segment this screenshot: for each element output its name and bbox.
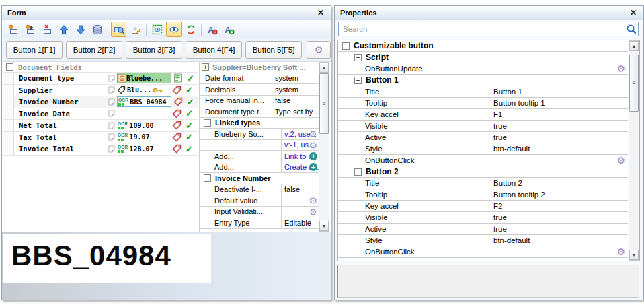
scroll-up-button[interactable]: ▲ bbox=[319, 63, 329, 73]
property-row[interactable]: TooltipButton tooltip 1 bbox=[338, 98, 628, 109]
scroll-up-button[interactable]: ▲ bbox=[629, 41, 639, 51]
row-selector[interactable] bbox=[3, 85, 14, 96]
scroll-down-button[interactable]: ▼ bbox=[629, 250, 639, 260]
zoom-field-icon[interactable] bbox=[111, 22, 126, 37]
property-row[interactable]: TitleButton 2 bbox=[338, 178, 628, 189]
prop-value[interactable]: system bbox=[272, 86, 319, 94]
field-row[interactable]: Invoice Date✓ bbox=[3, 108, 198, 121]
prop-value[interactable]: false bbox=[282, 185, 319, 193]
prop-value[interactable]: Type set by ... bbox=[272, 108, 319, 116]
property-value[interactable]: true bbox=[489, 122, 628, 130]
property-row[interactable]: Stylebtn-default bbox=[338, 235, 628, 246]
document-fields-header[interactable]: − Document Fields bbox=[3, 62, 198, 73]
row-selector[interactable] bbox=[3, 108, 14, 120]
collapse-icon[interactable]: − bbox=[342, 42, 350, 50]
zone-eye-icon[interactable] bbox=[149, 22, 165, 37]
row-selector[interactable] bbox=[3, 120, 14, 131]
prop-value[interactable]: system bbox=[272, 74, 319, 82]
property-row[interactable]: TooltipButton tooltip 2 bbox=[338, 189, 628, 201]
grid-prop-row[interactable]: v:-1, us...⚙ bbox=[200, 140, 319, 151]
property-row[interactable]: Visibletrue bbox=[338, 121, 628, 132]
grid-prop-row[interactable]: Blueberry So...v:2, use...⚙ bbox=[200, 129, 319, 140]
gear-icon[interactable]: ⚙ bbox=[309, 140, 317, 151]
grid-prop-row[interactable]: Deactivate I-...false bbox=[200, 184, 319, 196]
field-row[interactable]: Invoice TotalOCR128.07✓ bbox=[3, 143, 198, 156]
grid-prop-row[interactable]: Date formatsystem bbox=[200, 73, 319, 85]
property-value[interactable]: F1 bbox=[489, 110, 628, 118]
grid-prop-row[interactable]: Entry TypeEditable bbox=[200, 217, 319, 229]
grid-header-row[interactable]: +Supplier=Blueberry Soft ... bbox=[200, 62, 319, 73]
gear-icon[interactable]: ⚙ bbox=[309, 207, 317, 217]
field-row[interactable]: Tax TotalOCR19.07✓ bbox=[3, 132, 198, 144]
grid-prop-row[interactable]: Document type r...Type set by ... bbox=[200, 106, 319, 118]
field-value-cell[interactable]: OCR19.07 bbox=[117, 132, 170, 142]
property-group-row[interactable]: −Button 2 bbox=[338, 166, 628, 178]
row-selector[interactable] bbox=[3, 132, 14, 143]
eye-icon[interactable] bbox=[166, 22, 182, 37]
tag-pink-icon[interactable] bbox=[172, 144, 182, 154]
property-value[interactable]: F2 bbox=[489, 202, 628, 210]
property-value[interactable]: true bbox=[489, 133, 628, 141]
database-icon[interactable] bbox=[89, 22, 105, 37]
property-value[interactable]: true bbox=[489, 225, 628, 233]
row-selector[interactable] bbox=[3, 96, 14, 108]
gear-icon[interactable]: ⚙ bbox=[309, 129, 317, 139]
collapse-icon[interactable]: − bbox=[354, 54, 362, 61]
property-value[interactable]: true bbox=[489, 213, 628, 221]
move-down-icon[interactable] bbox=[73, 22, 88, 37]
move-up-icon[interactable] bbox=[56, 22, 71, 37]
property-value[interactable]: Button 2 bbox=[489, 179, 628, 187]
add-icon[interactable]: + bbox=[309, 163, 317, 171]
property-value[interactable]: Button tooltip 2 bbox=[489, 191, 628, 199]
field-value-cell[interactable]: OCRBBS 04984 bbox=[117, 96, 171, 107]
collapse-icon[interactable]: − bbox=[204, 119, 211, 127]
customize-buttons-button[interactable]: ⚙ bbox=[307, 41, 331, 59]
prop-value[interactable]: Editable bbox=[282, 219, 319, 227]
grid-prop-row[interactable]: Force manual in...false bbox=[200, 96, 319, 107]
property-row[interactable]: Activetrue bbox=[338, 224, 628, 235]
gear-icon[interactable]: ⚙ bbox=[616, 63, 625, 74]
property-value[interactable]: btn-default bbox=[489, 145, 628, 153]
property-row[interactable]: OnButtonClick⚙ bbox=[338, 155, 628, 166]
property-row[interactable]: TitleButton 1 bbox=[338, 86, 628, 98]
font-decrease-icon[interactable]: A bbox=[204, 22, 220, 37]
property-row[interactable]: Activetrue bbox=[338, 132, 628, 143]
edit-properties-icon[interactable] bbox=[128, 22, 143, 37]
form-button-1[interactable]: Button 1[F1] bbox=[6, 41, 63, 59]
scroll-down-button[interactable]: ▼ bbox=[319, 221, 329, 231]
property-row[interactable]: Key accelF1 bbox=[338, 109, 628, 121]
field-grid-scrollbar[interactable]: ▲≡▼ bbox=[319, 62, 329, 232]
tag-pink-icon[interactable] bbox=[172, 121, 182, 130]
field-row[interactable]: SupplierBlu...✓ bbox=[3, 85, 198, 97]
scroll-thumb[interactable]: ≡ bbox=[319, 73, 329, 134]
grid-prop-row[interactable]: Decimalssystem bbox=[200, 84, 319, 96]
close-icon[interactable]: ✕ bbox=[316, 8, 325, 18]
add-icon[interactable]: + bbox=[309, 152, 317, 160]
field-value-cell[interactable]: OCR128.07 bbox=[117, 144, 170, 154]
grid-prop-row[interactable]: Add...Create a...+ bbox=[200, 162, 319, 174]
property-value[interactable]: btn-default bbox=[489, 236, 628, 244]
property-row[interactable]: OnButtonUpdate⚙ bbox=[338, 63, 628, 75]
property-group-row[interactable]: −Script bbox=[338, 52, 628, 63]
row-selector[interactable] bbox=[3, 143, 14, 155]
gear-icon[interactable]: ⚙ bbox=[616, 246, 625, 257]
property-row[interactable]: Key accelF2 bbox=[338, 201, 628, 212]
property-row[interactable]: Stylebtn-default bbox=[338, 143, 628, 155]
property-row[interactable]: Visibletrue bbox=[338, 212, 628, 224]
grid-prop-row[interactable]: Input Validati...⚙ bbox=[200, 207, 319, 218]
scroll-thumb[interactable]: ≡ bbox=[629, 55, 639, 112]
row-selector[interactable] bbox=[3, 73, 14, 84]
collapse-icon[interactable]: − bbox=[354, 168, 362, 176]
property-value[interactable]: Button 1 bbox=[489, 88, 628, 96]
collapse-icon[interactable]: − bbox=[204, 174, 211, 182]
expand-icon[interactable]: + bbox=[202, 63, 209, 71]
property-row[interactable]: OnButtonClick⚙ bbox=[338, 246, 628, 258]
field-value-cell[interactable]: Bluebe... bbox=[117, 73, 171, 83]
tag-pink-icon[interactable] bbox=[172, 109, 182, 118]
close-icon[interactable]: ✕ bbox=[629, 8, 638, 18]
prop-value[interactable]: false bbox=[272, 96, 319, 104]
field-row[interactable]: Invoice NumberOCRBBS 04984✓ bbox=[3, 96, 198, 108]
form-button-3[interactable]: Button 3[F3] bbox=[126, 41, 182, 59]
form-button-2[interactable]: Button 2[F2] bbox=[66, 41, 122, 59]
properties-scrollbar[interactable]: ▲≡▼ bbox=[629, 40, 639, 261]
